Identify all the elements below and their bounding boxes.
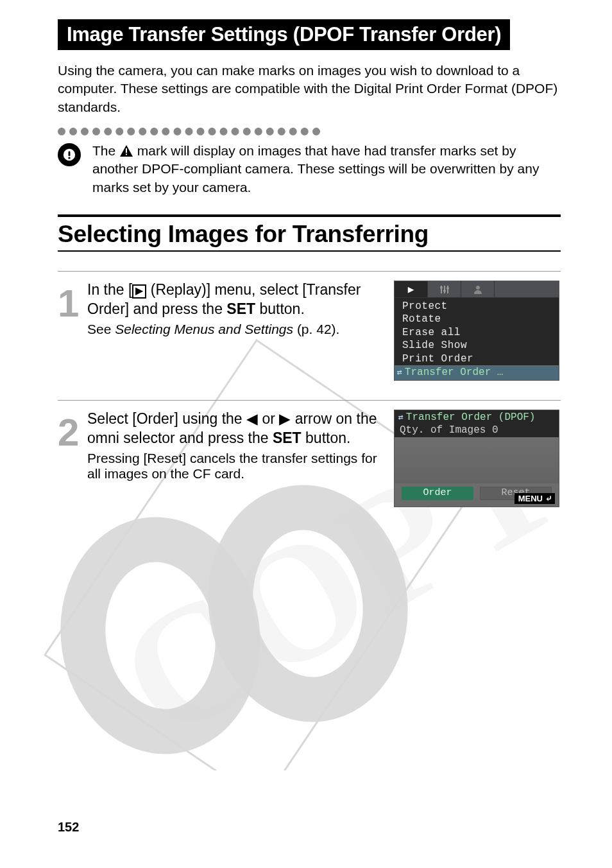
lcd-order-button: Order bbox=[402, 487, 473, 500]
lcd-tab-play-icon: ▶ bbox=[395, 281, 428, 297]
lcd-screen-title: ⇄ Transfer Order (DPOF) bbox=[395, 410, 559, 424]
menu-item: Slide Show bbox=[395, 339, 559, 352]
caution-text: The mark will display on images that hav… bbox=[92, 142, 561, 196]
lcd-tab-mycamera-icon bbox=[461, 281, 495, 297]
left-arrow-icon: ◀ bbox=[246, 410, 258, 427]
menu-item: Erase all bbox=[395, 326, 559, 339]
return-icon: ⤶ bbox=[545, 494, 552, 503]
svg-point-2 bbox=[218, 498, 397, 709]
divider-dots: ●●●●●●●●●●●●●●●●●●●●●●● bbox=[58, 123, 561, 138]
step-1: 1 In the [▶ (Replay)] menu, select [Tran… bbox=[58, 271, 561, 400]
svg-point-1 bbox=[71, 530, 250, 742]
subsection-heading: Selecting Images for Transferring bbox=[58, 214, 561, 252]
svg-point-9 bbox=[476, 286, 480, 290]
page-title: Image Transfer Settings (DPOF Transfer O… bbox=[58, 19, 510, 50]
menu-item: Protect bbox=[395, 300, 559, 313]
step-1-reference: See Selecting Menus and Settings (p. 42)… bbox=[87, 322, 382, 337]
svg-point-8 bbox=[446, 287, 449, 290]
step-2-instruction: Select [Order] using the ◀ or ▶ arrow on… bbox=[87, 410, 382, 448]
step-1-instruction: In the [▶ (Replay)] menu, select [Transf… bbox=[87, 281, 382, 319]
step-2-note: Pressing [Reset] cancels the transfer se… bbox=[87, 451, 382, 482]
svg-point-7 bbox=[443, 290, 446, 292]
lcd-tab-setup-icon bbox=[428, 281, 461, 297]
step-number: 1 bbox=[58, 288, 83, 381]
step-number: 2 bbox=[58, 417, 83, 507]
transfer-icon: ⇄ bbox=[397, 367, 402, 378]
lcd-transfer-order: ⇄ Transfer Order (DPOF) Qty. of Images 0… bbox=[394, 410, 559, 507]
caution-icon bbox=[58, 143, 81, 166]
right-arrow-icon: ▶ bbox=[279, 410, 291, 427]
svg-rect-4 bbox=[126, 148, 127, 153]
transfer-icon: ⇄ bbox=[398, 412, 404, 422]
step-2: 2 Select [Order] using the ◀ or ▶ arrow … bbox=[58, 400, 561, 526]
menu-item-selected: ⇄ Transfer Order … bbox=[395, 366, 559, 380]
svg-point-6 bbox=[440, 286, 443, 289]
lcd-qty-row: Qty. of Images 0 bbox=[395, 424, 559, 437]
menu-item: Rotate bbox=[395, 313, 559, 326]
menu-item: Print Order bbox=[395, 352, 559, 365]
svg-rect-5 bbox=[126, 154, 127, 155]
intro-paragraph: Using the camera, you can make marks on … bbox=[58, 62, 561, 116]
warning-triangle-icon bbox=[119, 144, 133, 157]
lcd-replay-menu: ▶ Protect Rotate Erase all Slide Show Pr… bbox=[394, 281, 559, 381]
lcd-menu-badge: MENU ⤶ bbox=[514, 493, 555, 504]
playback-icon: ▶ bbox=[132, 284, 146, 299]
page-number: 152 bbox=[58, 820, 79, 835]
